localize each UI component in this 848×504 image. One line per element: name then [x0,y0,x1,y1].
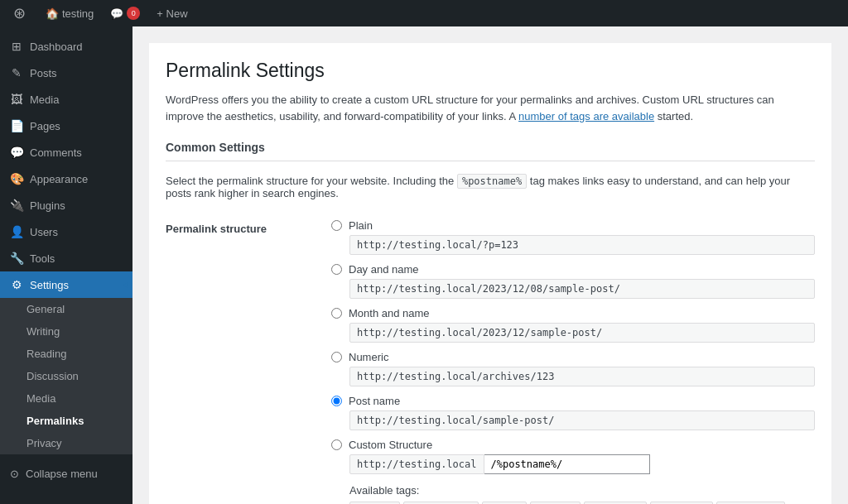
submenu-item-privacy[interactable]: Privacy [0,432,132,454]
comments-link[interactable]: 💬 0 [104,0,147,26]
option-label-numeric: Numeric [349,351,388,363]
submenu-item-reading[interactable]: Reading [0,343,132,365]
option-plain: Plain http://testing.local/?p=123 [331,219,815,255]
radio-label-numeric[interactable]: Numeric [331,351,815,363]
common-settings-title: Common Settings [166,141,815,161]
page-title: Permalink Settings [166,60,815,82]
radio-label-custom[interactable]: Custom Structure [331,439,815,451]
radio-plain[interactable] [331,220,342,231]
option-post-name: Post name http://testing.local/sample-po… [331,395,815,430]
radio-month-name[interactable] [331,308,342,319]
home-icon: 🏠 [46,7,59,20]
comment-icon: 💬 [110,7,123,20]
option-label-custom: Custom Structure [349,439,432,451]
comments-count: 0 [127,7,140,20]
option-label-plain: Plain [349,219,373,232]
media-icon: 🖼 [10,93,23,106]
collapse-menu-button[interactable]: ⊙ Collapse menu [0,461,132,487]
sidebar-label-posts: Posts [30,67,57,79]
radio-custom[interactable] [331,439,342,450]
url-example-post-name: http://testing.local/sample-post/ [349,410,815,430]
sidebar-label-tools: Tools [30,252,55,265]
sidebar-item-dashboard[interactable]: ⊞ Dashboard [0,33,132,60]
settings-icon: ⚙ [10,278,23,291]
sidebar-item-pages[interactable]: 📄 Pages [0,113,132,139]
radio-post-name[interactable] [331,396,342,406]
intro-paragraph: WordPress offers you the ability to crea… [166,92,815,124]
submenu-item-permalinks[interactable]: Permalinks [0,410,132,432]
settings-submenu: General Writing Reading Discussion Media… [0,298,132,454]
main-content: Permalink Settings WordPress offers you … [132,26,848,504]
option-numeric: Numeric http://testing.local/archives/12… [331,351,815,386]
url-example-day-name: http://testing.local/2023/12/08/sample-p… [349,279,815,299]
sidebar-label-comments: Comments [30,146,82,159]
sidebar-item-posts[interactable]: ✎ Posts [0,60,132,86]
submenu-item-general[interactable]: General [0,298,132,320]
option-day-name: Day and name http://testing.local/2023/1… [331,263,815,299]
sidebar-label-pages: Pages [30,120,60,132]
custom-base-url: http://testing.local [349,454,484,474]
sidebar-label-dashboard: Dashboard [30,41,83,53]
wp-logo[interactable]: ⊛ [7,0,32,26]
submenu-item-media-settings[interactable]: Media [0,387,132,410]
available-tags-label: Available tags: [349,484,815,497]
submenu-item-writing[interactable]: Writing [0,320,132,343]
settings-wrap: Permalink Settings WordPress offers you … [149,43,831,504]
option-label-month-name: Month and name [349,307,430,319]
available-tags-section: Available tags: %year% %monthnum% %day% … [349,484,815,504]
sidebar-item-appearance[interactable]: 🎨 Appearance [0,166,132,192]
sidebar-item-users[interactable]: 👤 Users [0,218,132,245]
sidebar-item-plugins[interactable]: 🔌 Plugins [0,192,132,218]
url-example-month-name: http://testing.local/2023/12/sample-post… [349,323,815,343]
collapse-icon: ⊙ [10,468,19,480]
radio-label-day-name[interactable]: Day and name [331,263,815,276]
sidebar-item-tools[interactable]: 🔧 Tools [0,245,132,271]
appearance-icon: 🎨 [10,172,23,185]
permalink-description: Select the permalink structure for your … [166,175,815,199]
tags-link[interactable]: number of tags are available [518,110,654,122]
submenu-item-discussion[interactable]: Discussion [0,365,132,387]
sidebar-label-plugins: Plugins [30,199,65,212]
permalink-structure-row: Permalink structure Plain http://testing [166,213,815,504]
permalink-options: Plain http://testing.local/?p=123 Day an… [331,219,815,474]
sidebar-item-comments[interactable]: 💬 Comments [0,139,132,166]
url-example-plain: http://testing.local/?p=123 [349,235,815,255]
collapse-label: Collapse menu [26,468,98,480]
option-custom: Custom Structure http://testing.local [331,439,815,474]
users-icon: 👤 [10,225,23,238]
sidebar-label-appearance: Appearance [30,173,88,185]
radio-label-month-name[interactable]: Month and name [331,307,815,319]
sidebar-label-users: Users [30,226,58,238]
tools-icon: 🔧 [10,252,23,265]
dashboard-icon: ⊞ [10,40,23,53]
radio-label-plain[interactable]: Plain [331,219,815,232]
sidebar-item-media[interactable]: 🖼 Media [0,86,132,113]
option-label-day-name: Day and name [349,263,419,276]
new-content-button[interactable]: + New [150,0,194,26]
plugins-icon: 🔌 [10,199,23,212]
option-label-post-name: Post name [349,395,400,407]
radio-day-name[interactable] [331,264,342,275]
postname-tag-example: %postname% [457,174,527,189]
comments-icon: 💬 [10,146,23,159]
sidebar-label-media: Media [30,94,59,106]
admin-bar: ⊛ 🏠 testing 💬 0 + New [0,0,848,26]
site-name[interactable]: 🏠 testing [39,0,100,26]
option-month-name: Month and name http://testing.local/2023… [331,307,815,343]
posts-icon: ✎ [10,66,23,79]
custom-structure-input-row: http://testing.local [349,454,815,474]
pages-icon: 📄 [10,119,23,132]
sidebar-label-settings: Settings [30,279,69,291]
radio-numeric[interactable] [331,352,342,362]
permalink-table: Permalink structure Plain http://testing [166,213,815,504]
admin-sidebar: ⊞ Dashboard ✎ Posts 🖼 Media 📄 Pages 💬 Co… [0,26,132,504]
radio-label-post-name[interactable]: Post name [331,395,815,407]
permalink-structure-label: Permalink structure [166,213,331,504]
sidebar-item-settings[interactable]: ⚙ Settings [0,271,132,298]
custom-structure-input[interactable] [484,454,650,474]
url-example-numeric: http://testing.local/archives/123 [349,367,815,386]
